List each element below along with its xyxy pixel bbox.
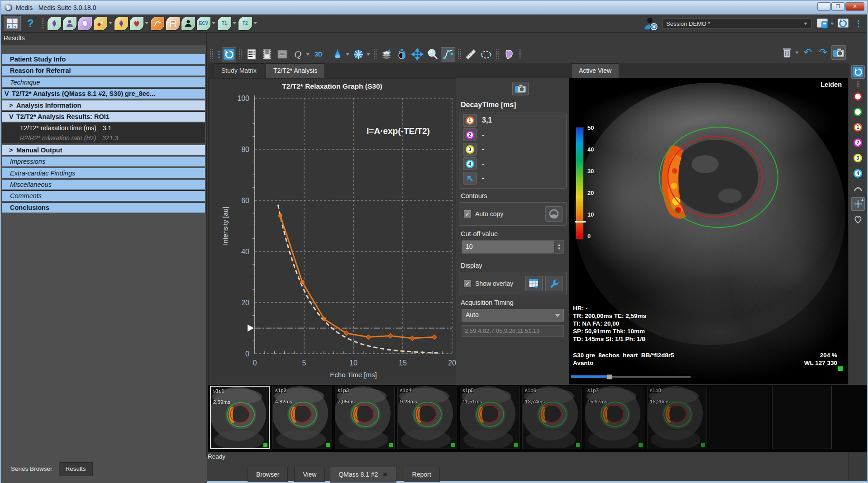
thumbnail-s1p1[interactable]: s1p12,59ms [210, 386, 270, 449]
qplaque-app-icon[interactable] [78, 17, 92, 30]
tab-study-matrix[interactable]: Study Matrix [214, 63, 264, 78]
expand-chevron[interactable]: > [9, 100, 16, 110]
close-button[interactable]: ✕ [845, 2, 864, 11]
tab-active-view[interactable]: Active View [571, 63, 619, 78]
sidebar-item[interactable]: VT2/T2* Analysis (QMass 8.1 #2, S30) gre… [2, 88, 205, 99]
filmstrip-view-button[interactable] [260, 47, 274, 62]
report-xls-app-icon[interactable]: xls [166, 17, 180, 30]
study-matrix-view-button[interactable] [244, 47, 259, 62]
roi-green-button[interactable] [851, 105, 865, 118]
edit-curve-tool-button[interactable] [441, 47, 455, 62]
thumbnail-s1p6[interactable]: s1p613,74ms [522, 386, 582, 449]
toolbar-drag-handle[interactable] [210, 48, 213, 60]
thumbnail-s1p3[interactable]: s1p37,05ms [335, 386, 395, 449]
pan-tool-button[interactable] [410, 47, 424, 62]
help-icon[interactable]: ? [27, 17, 34, 30]
toolbar-drag-handle[interactable] [518, 48, 522, 60]
ellipse-tool-button[interactable] [479, 47, 493, 62]
active-view-panel[interactable]: Leiden 50403020100 HR: -TR: 200,00ms TE:… [569, 78, 849, 384]
echo-4-button[interactable]: 4 [463, 157, 477, 170]
qangio-xa-app-icon[interactable] [94, 17, 107, 30]
cone-tool-dropdown-chevron[interactable] [346, 53, 349, 56]
sync-views-button[interactable] [851, 65, 865, 79]
sidebar-item[interactable]: >Manual Output [2, 145, 205, 155]
ruler-tool-button[interactable] [463, 47, 478, 62]
sidebar-item[interactable]: VT2/T2* Analysis Results: ROI1 [2, 111, 205, 122]
echo-1-button[interactable]: 1 [463, 114, 477, 127]
qlogo-menu-dropdown-chevron[interactable] [306, 53, 310, 56]
save-session-button[interactable] [815, 16, 830, 31]
tab-series-browser[interactable]: Series Browser [5, 463, 59, 476]
layout-button[interactable] [4, 16, 21, 31]
cone-tool-button[interactable] [330, 47, 345, 62]
result-value-row[interactable]: R2/R2* relaxation rate (Hz)321.3 [2, 133, 205, 143]
sidebar-item[interactable]: Miscellaneous [2, 179, 205, 189]
close-tab-icon[interactable]: ✕ [382, 471, 388, 478]
sidebar-item[interactable]: Extra-cardiac Findings [2, 168, 205, 178]
show-overlay-checkbox[interactable]: ✓ [464, 280, 471, 287]
auto-copy-checkbox[interactable]: ✓ [464, 210, 471, 218]
toolbar-drag-handle[interactable] [856, 80, 860, 88]
save-options-chevron[interactable] [830, 23, 834, 25]
toolbar-drag-handle[interactable] [373, 48, 377, 60]
toolbar-overflow-icon[interactable]: ⋮ [215, 49, 221, 59]
sidebar-item[interactable]: Patient Study Info [2, 54, 205, 64]
toolbar-drag-handle[interactable] [238, 48, 242, 60]
session-dropdown[interactable]: Session DEMO * [662, 18, 811, 29]
apptab-browser[interactable]: Browser [248, 467, 288, 482]
delete-dropdown-chevron[interactable] [795, 52, 799, 54]
sidebar-item[interactable]: Impressions [2, 156, 205, 166]
apptab-report[interactable]: Report [404, 467, 440, 482]
ecv-dropdown-chevron[interactable] [212, 22, 215, 24]
sidebar-item[interactable]: Conclusions [2, 202, 205, 213]
qangio-xa-dropdown-chevron[interactable] [109, 22, 112, 24]
ecv-app-icon[interactable]: ECV [197, 17, 210, 30]
echo-3-button[interactable]: 3 [851, 151, 865, 165]
color-wheel-dropdown-chevron[interactable] [367, 53, 370, 56]
session-user-icon[interactable] [643, 17, 658, 30]
snapshot-button[interactable] [831, 45, 846, 60]
sidebar-item[interactable]: Reason for Referral [2, 65, 205, 76]
thumbnail-s1p5[interactable]: s1p511,51ms [460, 386, 520, 449]
tab-results[interactable]: Results [59, 462, 93, 476]
sidebar-item[interactable]: Comments [2, 190, 205, 201]
window-level-button[interactable] [395, 47, 409, 62]
qstrain-app-icon[interactable] [151, 17, 164, 30]
qmass-mr-app-icon[interactable] [114, 17, 128, 30]
movie-view-button[interactable] [275, 47, 290, 62]
t1-app-icon[interactable]: T1 [218, 17, 231, 30]
echo-times-field[interactable]: 2.59,4.82,7.05,9.28,11.51,13 [462, 325, 564, 337]
thumbnail-s1p4[interactable]: s1p49,28ms [397, 386, 457, 449]
thumbnail-s1p7[interactable]: s1p715,97ms [585, 386, 644, 449]
contour-shape-tool-button[interactable] [851, 213, 865, 226]
acquisition-timing-dropdown[interactable]: Auto [462, 309, 564, 322]
expand-chevron[interactable]: > [9, 145, 16, 155]
overlay-settings-button[interactable] [545, 276, 563, 291]
spinbox-arrows[interactable]: ▲▼ [554, 241, 563, 253]
apptab-qmass-8-1-2[interactable]: QMass 8.1 #2✕ [330, 467, 396, 483]
apptab-view[interactable]: View [294, 467, 325, 482]
toolbar-overflow-menu[interactable]: ⋮ [854, 19, 861, 28]
color-wheel-button[interactable] [351, 47, 366, 62]
redo-button[interactable]: ↷ [816, 45, 830, 60]
maximize-button[interactable]: ❐ [831, 2, 845, 11]
title-bar[interactable]: M Medis - Medis Suite 3.0.18.0 – ❐ ✕ [1, 1, 867, 14]
expand-chevron[interactable]: V [9, 112, 16, 122]
echo-4-button[interactable]: 4 [851, 166, 865, 180]
phase-slider[interactable] [571, 374, 691, 379]
view-3d-button[interactable]: 3D [311, 47, 326, 62]
t1-dropdown-chevron[interactable] [233, 22, 236, 24]
add-point-tool-button[interactable]: + [851, 197, 865, 211]
undo-button[interactable]: ↶ [801, 45, 815, 60]
cursor-arrow-button[interactable] [463, 172, 477, 185]
t2-dropdown-chevron[interactable] [253, 22, 257, 24]
qflow-app-icon[interactable] [63, 17, 76, 30]
result-value-row[interactable]: T2/T2* relaxation time (ms)3.1 [2, 123, 205, 133]
qmass-app-icon[interactable] [48, 17, 61, 30]
overlay-table-button[interactable] [525, 276, 543, 291]
qlogo-menu-button[interactable]: Q [291, 47, 305, 62]
graph-snapshot-button[interactable] [512, 82, 529, 95]
tab-t2-analysis[interactable]: T2/T2* Analysis [266, 63, 325, 78]
3mensio-app-icon[interactable] [181, 17, 195, 30]
toolbar-drag-handle[interactable] [496, 48, 499, 60]
